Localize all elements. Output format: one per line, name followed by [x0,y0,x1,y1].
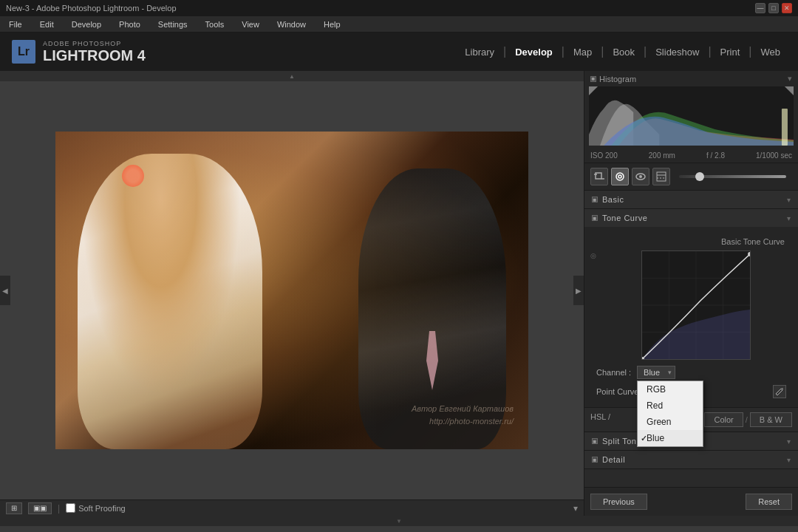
channel-option-rgb[interactable]: RGB [638,381,703,398]
channel-option-red[interactable]: Red [638,398,703,414]
tone-curve-panel-section: ■ Tone Curve ▾ Basic Tone Curve ◎ [584,209,798,408]
left-panel-toggle[interactable]: ◀ [0,276,10,305]
detail-toggle[interactable]: ■ [592,457,598,463]
detail-panel-header[interactable]: ■ Detail ▾ [584,451,798,468]
exif-shutter: 1/1000 sec [756,151,792,160]
channel-label: Channel : [596,368,631,377]
split-toning-toggle[interactable]: ■ [592,438,598,444]
histogram-toggle[interactable]: ■ [590,76,596,82]
photo-area: ▲ ◀ [0,71,584,516]
exif-info: ISO 200 200 mm f / 2.8 1/1000 sec [584,149,798,163]
exif-aperture: f / 2.8 [706,151,725,160]
menu-help[interactable]: Help [321,18,344,30]
nav-develop[interactable]: Develop [509,44,559,61]
detail-panel-section: ■ Detail ▾ [584,451,798,469]
nav-print[interactable]: Print [715,44,746,61]
red-eye-tool[interactable] [632,168,649,185]
logo-area: Lr ADOBE PHOTOSHOP LIGHTROOM 4 [12,40,146,64]
soft-proofing-check[interactable]: Soft Proofing [66,503,126,513]
tone-curve-expand-icon[interactable]: ▾ [787,214,791,222]
main-area: ▲ ◀ [0,71,798,516]
histogram-header: ■ Histogram ▾ [584,71,798,86]
soft-proofing-label: Soft Proofing [78,504,126,513]
channel-row: Channel : Blue RGB Red [590,363,792,382]
filmstrip-toggle[interactable]: ▾ [573,503,578,514]
adobe-label: ADOBE PHOTOSHOP [43,40,146,47]
nav-library[interactable]: Library [459,44,500,61]
logo-text: ADOBE PHOTOSHOP LIGHTROOM 4 [43,40,146,64]
view-mode-btn2[interactable]: ▣▣ [28,502,52,514]
bw-tab[interactable]: B & W [750,412,792,427]
svg-point-7 [618,175,621,178]
tool-row [584,163,798,191]
histogram-canvas [589,86,794,146]
tone-curve-toggle[interactable]: ■ [592,215,598,221]
menu-window[interactable]: Window [274,18,309,30]
menu-view[interactable]: View [239,18,262,30]
nav-map[interactable]: Map [567,44,598,61]
minimize-btn[interactable]: — [755,3,765,13]
menu-tools[interactable]: Tools [202,18,228,30]
close-btn[interactable]: ✕ [782,3,792,13]
channel-select-button[interactable]: Blue [637,366,675,379]
detail-expand-icon[interactable]: ▾ [787,456,791,464]
tone-curve-panel-header[interactable]: ■ Tone Curve ▾ [584,209,798,227]
restore-btn[interactable]: □ [768,3,779,13]
point-curve-label: Point Curve : [596,387,644,396]
curve-target-icon[interactable]: ◎ [590,252,596,259]
basic-panel-expand-icon[interactable]: ▾ [787,196,791,204]
channel-option-green[interactable]: Green [638,414,703,430]
split-toning-expand-icon[interactable]: ▾ [787,437,791,446]
exif-focal: 200 mm [649,151,675,160]
bottom-toolbar: ⊞ ▣▣ | Soft Proofing ▾ [0,499,584,516]
basic-panel-header[interactable]: ■ Basic ▾ [584,191,798,208]
svg-point-6 [616,173,624,180]
soft-proofing-checkbox[interactable] [66,503,75,513]
graduated-filter-tool[interactable] [652,168,670,185]
tone-curve-header-left: ■ Tone Curve [592,214,647,222]
svg-rect-10 [657,172,666,181]
menu-develop[interactable]: Develop [69,18,104,30]
tone-curve-content: Basic Tone Curve ◎ [584,227,798,407]
svg-point-9 [639,175,642,178]
detail-title: Detail [602,455,625,464]
channel-dropdown: Blue RGB Red Green [637,366,675,379]
exposure-slider-thumb[interactable] [695,172,704,181]
point-curve-edit-btn[interactable] [773,385,786,398]
tone-curve-graph[interactable] [641,250,751,360]
basic-panel-header-left: ■ Basic [592,195,624,204]
exposure-slider[interactable] [679,175,786,178]
menu-settings[interactable]: Settings [155,18,191,30]
tone-curve-title: Tone Curve [602,214,647,222]
basic-panel-section: ■ Basic ▾ [584,191,798,209]
bottom-nav: Previous Reset [584,487,798,516]
right-panel: ■ Histogram ▾ [584,71,798,516]
nav-book[interactable]: Book [607,44,641,61]
right-panel-toggle[interactable]: ▶ [573,276,584,305]
photo-canvas: ◀ Автор [0,81,584,499]
photo-frame: Автор Евгений Карташов http://photo-mons… [55,132,528,449]
photo-scroll-top: ▲ [0,71,584,81]
filmstrip-scroll[interactable]: ▼ [0,516,798,526]
basic-panel-title: Basic [602,195,624,204]
previous-button[interactable]: Previous [590,494,647,510]
channel-option-blue[interactable]: ✓ Blue [638,430,703,446]
nav-web[interactable]: Web [755,44,787,61]
basic-panel-toggle[interactable]: ■ [592,197,598,202]
svg-rect-3 [596,173,601,179]
histogram-section: ■ Histogram ▾ [584,71,798,163]
lr-badge: Lr [12,40,35,64]
color-tab[interactable]: Color [704,412,743,427]
svg-marker-2 [785,86,794,95]
nav-slideshow[interactable]: Slideshow [649,44,705,61]
crop-tool[interactable] [590,168,608,185]
channel-menu: RGB Red Green ✓ Blue [637,381,703,447]
reset-button[interactable]: Reset [746,494,792,510]
histogram-expand[interactable]: ▾ [788,74,792,83]
app-title: New-3 - Adobe Photoshop Lightroom - Deve… [6,4,177,13]
menu-edit[interactable]: Edit [37,18,57,30]
menu-photo[interactable]: Photo [116,18,143,30]
view-mode-btn[interactable]: ⊞ [6,502,22,514]
menu-file[interactable]: File [6,18,25,30]
spot-removal-tool[interactable] [611,168,629,185]
